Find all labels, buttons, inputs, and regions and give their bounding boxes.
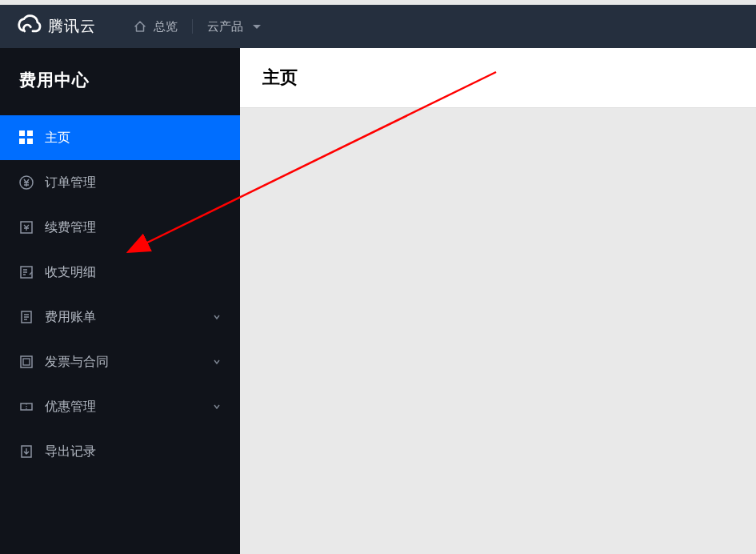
sidebar-item-label: 订单管理 — [45, 175, 221, 191]
nav-products-label: 云产品 — [207, 19, 243, 34]
top-nav-links: 总览 云产品 — [118, 14, 275, 38]
main-layout: 费用中心 主页 订单管理 续费管理 — [0, 48, 756, 554]
sidebar-item-coupons[interactable]: 优惠管理 — [0, 384, 240, 429]
coupon-icon — [19, 399, 34, 414]
renewal-icon — [19, 220, 34, 235]
top-navigation-bar: 腾讯云 总览 云产品 — [0, 0, 756, 48]
brand-logo[interactable]: 腾讯云 — [14, 13, 96, 40]
nav-overview-label: 总览 — [154, 19, 178, 34]
sidebar: 费用中心 主页 订单管理 续费管理 — [0, 48, 240, 554]
sidebar-item-label: 发票与合同 — [45, 354, 213, 371]
sidebar-item-label: 收支明细 — [45, 264, 221, 281]
svg-rect-2 — [19, 138, 25, 144]
receipt-icon — [19, 265, 34, 279]
grid-icon — [19, 130, 34, 145]
sidebar-item-label: 续费管理 — [45, 219, 221, 236]
sidebar-item-orders[interactable]: 订单管理 — [0, 160, 240, 205]
nav-products-dropdown[interactable]: 云产品 — [193, 14, 275, 38]
chevron-down-icon — [213, 313, 221, 321]
yen-circle-icon — [19, 175, 34, 190]
export-icon — [19, 444, 34, 459]
sidebar-item-renewal[interactable]: 续费管理 — [0, 205, 240, 250]
sidebar-item-transactions[interactable]: 收支明细 — [0, 250, 240, 295]
chevron-down-icon — [253, 25, 261, 29]
page-title: 主页 — [262, 66, 734, 90]
sidebar-item-export[interactable]: 导出记录 — [0, 429, 240, 474]
sidebar-title: 费用中心 — [0, 48, 240, 115]
svg-rect-1 — [27, 130, 33, 136]
sidebar-item-invoice[interactable]: 发票与合同 — [0, 339, 240, 384]
brand-name: 腾讯云 — [48, 16, 96, 37]
nav-overview[interactable]: 总览 — [118, 14, 192, 38]
invoice-icon — [19, 355, 34, 369]
svg-rect-8 — [21, 356, 32, 367]
main-content: 主页 — [240, 48, 756, 554]
sidebar-item-home[interactable]: 主页 — [0, 115, 240, 160]
sidebar-item-label: 优惠管理 — [45, 399, 213, 416]
home-icon — [133, 19, 147, 34]
bill-icon — [19, 310, 34, 324]
svg-rect-0 — [19, 130, 25, 136]
content-body — [240, 107, 756, 554]
svg-rect-9 — [23, 359, 30, 365]
chevron-down-icon — [213, 358, 221, 366]
chevron-down-icon — [213, 403, 221, 411]
sidebar-item-label: 导出记录 — [45, 444, 221, 460]
cloud-logo-icon — [14, 13, 42, 40]
page-header: 主页 — [240, 48, 756, 107]
svg-rect-3 — [27, 138, 33, 144]
sidebar-item-bills[interactable]: 费用账单 — [0, 295, 240, 339]
sidebar-item-label: 主页 — [45, 130, 221, 147]
sidebar-item-label: 费用账单 — [45, 309, 213, 326]
